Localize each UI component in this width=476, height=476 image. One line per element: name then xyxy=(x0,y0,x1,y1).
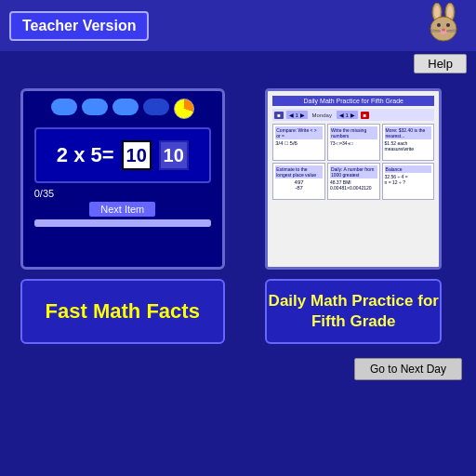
answer-box-2: 10 xyxy=(159,140,189,170)
math-preview-box: 2 x 5= 10 10 0/35 Next Item xyxy=(20,88,225,270)
svg-point-6 xyxy=(446,23,450,27)
daily-cell-5: Daily: A number from 1000 greatest 48.37… xyxy=(327,163,380,200)
toolbar-nav-2[interactable]: ◀ 1 ▶ xyxy=(337,111,358,119)
rabbit-icon xyxy=(420,3,467,49)
daily-problems-grid: Compare: Write < > or = 3/4 □ 5/6 Write … xyxy=(272,124,434,200)
math-btn-3[interactable] xyxy=(112,99,139,115)
help-area: Help xyxy=(414,54,467,73)
daily-cell-3: More: $32.40 is the nearest... $1.52 eac… xyxy=(382,124,435,161)
fast-math-facts-label: Fast Math Facts xyxy=(46,299,200,324)
answer-box: 10 xyxy=(122,140,152,170)
daily-math-practice-label: Daily Math Practice for Fifth Grade xyxy=(269,291,439,332)
score-area: 0/35 Next Item xyxy=(34,188,211,227)
daily-cell-6: Balance 32.56 ÷ 4 =n = 12 ÷ ? xyxy=(382,163,435,200)
daily-math-practice-button[interactable]: Daily Math Practice for Fifth Grade xyxy=(265,279,442,344)
next-item-button[interactable]: Next Item xyxy=(89,202,155,217)
svg-point-5 xyxy=(437,23,441,27)
main-content: 2 x 5= 10 10 0/35 Next Item Fast Math Fa… xyxy=(0,79,476,353)
toolbar-label: Monday xyxy=(312,112,332,118)
svg-point-8 xyxy=(442,28,445,31)
svg-point-3 xyxy=(447,6,453,19)
equation-text: 2 x 5= xyxy=(57,143,114,167)
daily-cell-2: Write the missing numbers 73-□=34+□ xyxy=(327,124,380,161)
daily-preview-box: Daily Math Practice for Fifth Grade ■ ◀ … xyxy=(265,88,442,270)
math-btn-2[interactable] xyxy=(82,99,108,115)
help-button[interactable]: Help xyxy=(414,54,467,73)
teacher-version-badge: Teacher Version xyxy=(9,11,149,41)
daily-preview-header: Daily Math Practice for Fifth Grade xyxy=(272,96,434,106)
toolbar-btn-blue[interactable]: ■ xyxy=(274,112,284,119)
progress-bar xyxy=(34,219,211,227)
math-buttons-row xyxy=(51,99,194,119)
toolbar-prev[interactable]: ◀ 1 ▶ xyxy=(286,111,308,119)
toolbar-btn-right[interactable]: ■ xyxy=(361,112,370,119)
svg-point-2 xyxy=(434,6,440,19)
score-text: 0/35 xyxy=(34,188,54,199)
daily-cell-1: Compare: Write < > or = 3/4 □ 5/6 xyxy=(272,124,325,161)
math-btn-4[interactable] xyxy=(143,99,169,115)
pie-chart xyxy=(174,99,194,119)
math-btn-1[interactable] xyxy=(51,99,77,115)
equation-display: 2 x 5= 10 10 xyxy=(34,127,211,183)
fast-math-facts-button[interactable]: Fast Math Facts xyxy=(20,279,225,344)
header-bar: Teacher Version xyxy=(0,0,476,51)
right-panel: Daily Math Practice for Fifth Grade ■ ◀ … xyxy=(245,88,463,344)
go-to-next-day-button[interactable]: Go to Next Day xyxy=(354,358,462,380)
daily-cell-4: Estimate to the longest place value 497-… xyxy=(272,163,325,200)
left-panel: 2 x 5= 10 10 0/35 Next Item Fast Math Fa… xyxy=(14,88,231,344)
daily-toolbar: ■ ◀ 1 ▶ Monday ◀ 1 ▶ ■ xyxy=(272,109,434,121)
bottom-area: Go to Next Day xyxy=(0,358,476,380)
